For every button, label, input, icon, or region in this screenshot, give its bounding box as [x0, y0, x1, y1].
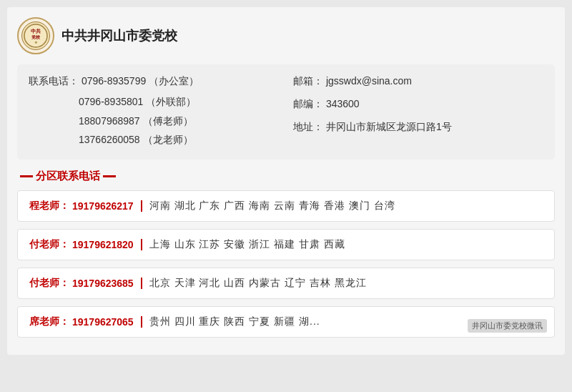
phone-row-4: 13766260058 （龙老师） [29, 132, 279, 149]
phone-note-4: （龙老师） [143, 134, 193, 145]
address-value: 井冈山市新城区龙源口路1号 [326, 121, 452, 132]
phone-row-2: 0796-8935801 （外联部） [29, 94, 279, 111]
divider-3 [141, 278, 142, 289]
header: 中共 党校 ★ 中共井冈山市委党校 [17, 17, 555, 54]
address-label: 地址： [293, 121, 323, 132]
region-card-3: 付老师： 19179623685 北京 天津 河北 山西 内蒙古 辽宁 吉林 黑… [17, 268, 555, 299]
address-row: 地址： 井冈山市新城区龙源口路1号 [293, 119, 543, 136]
region-card-4: 席老师： 19179627065 贵州 四川 重庆 陕西 宁夏 新疆 湖... … [17, 306, 555, 338]
phone-label: 联系电话： [29, 75, 79, 87]
phone-region-1: 19179626217 [72, 200, 134, 212]
org-title: 中共井冈山市委党校 [61, 27, 177, 44]
divider-4 [141, 316, 142, 328]
regions-4: 贵州 四川 重庆 陕西 宁夏 新疆 湖... [149, 315, 320, 328]
section-heading: 分区联系电话 [17, 170, 555, 183]
teacher-name-1: 程老师： [29, 200, 69, 212]
postcode-label: 邮编： [293, 98, 323, 109]
phone-row-3: 18807968987 （傅老师） [29, 113, 279, 130]
svg-text:中共: 中共 [31, 28, 41, 34]
logo-circle: 中共 党校 ★ [17, 17, 54, 54]
region-card-1: 程老师： 19179626217 河南 湖北 广东 广西 海南 云南 青海 香港… [17, 190, 555, 222]
contact-left: 联系电话： 0796-8935799 （办公室） 0796-8935801 （外… [29, 73, 279, 151]
phone-row-1: 联系电话： 0796-8935799 （办公室） [29, 73, 279, 90]
phone-1: 0796-8935799 [82, 75, 146, 87]
logo-inner: 中共 党校 ★ [21, 21, 50, 50]
postcode-value: 343600 [326, 98, 360, 109]
divider-1 [141, 200, 142, 212]
section-title: 分区联系电话 [36, 170, 100, 183]
divider-2 [141, 239, 142, 250]
phone-note-1: （办公室） [149, 75, 199, 87]
email-label: 邮箱： [293, 75, 323, 87]
regions-3: 北京 天津 河北 山西 内蒙古 辽宁 吉林 黑龙江 [149, 277, 367, 290]
teacher-name-3: 付老师： [29, 277, 69, 290]
region-cards-container: 程老师： 19179626217 河南 湖北 广东 广西 海南 云南 青海 香港… [17, 190, 555, 338]
regions-1: 河南 湖北 广东 广西 海南 云南 青海 香港 澳门 台湾 [149, 200, 395, 212]
phone-2: 0796-8935801 [79, 96, 143, 107]
postcode-row: 邮编： 343600 [293, 96, 543, 113]
page-wrapper: 中共 党校 ★ 中共井冈山市委党校 联系电话： 0796-8935799 （办公… [7, 7, 565, 355]
contact-box: 联系电话： 0796-8935799 （办公室） 0796-8935801 （外… [17, 64, 555, 160]
svg-text:党校: 党校 [31, 34, 41, 39]
phone-region-4: 19179627065 [72, 316, 134, 328]
teacher-name-4: 席老师： [29, 315, 69, 328]
watermark: 井冈山市委党校微讯 [468, 319, 547, 333]
phone-note-2: （外联部） [146, 96, 196, 107]
teacher-name-2: 付老师： [29, 238, 69, 251]
regions-2: 上海 山东 江苏 安徽 浙江 福建 甘肃 西藏 [149, 238, 345, 251]
region-card-2: 付老师： 19179621820 上海 山东 江苏 安徽 浙江 福建 甘肃 西藏 [17, 229, 555, 260]
dash-left [20, 175, 33, 177]
contact-right: 邮箱： jgsswdx@sina.com 邮编： 343600 地址： 井冈山市… [293, 73, 543, 151]
dash-right [103, 175, 116, 177]
phone-3: 18807968987 [79, 115, 140, 127]
phone-note-3: （傅老师） [143, 115, 193, 127]
phone-region-2: 19179621820 [72, 239, 134, 250]
phone-region-3: 19179623685 [72, 278, 134, 289]
email-value: jgsswdx@sina.com [326, 75, 412, 87]
phone-4: 13766260058 [79, 134, 140, 145]
email-row: 邮箱： jgsswdx@sina.com [293, 73, 543, 90]
